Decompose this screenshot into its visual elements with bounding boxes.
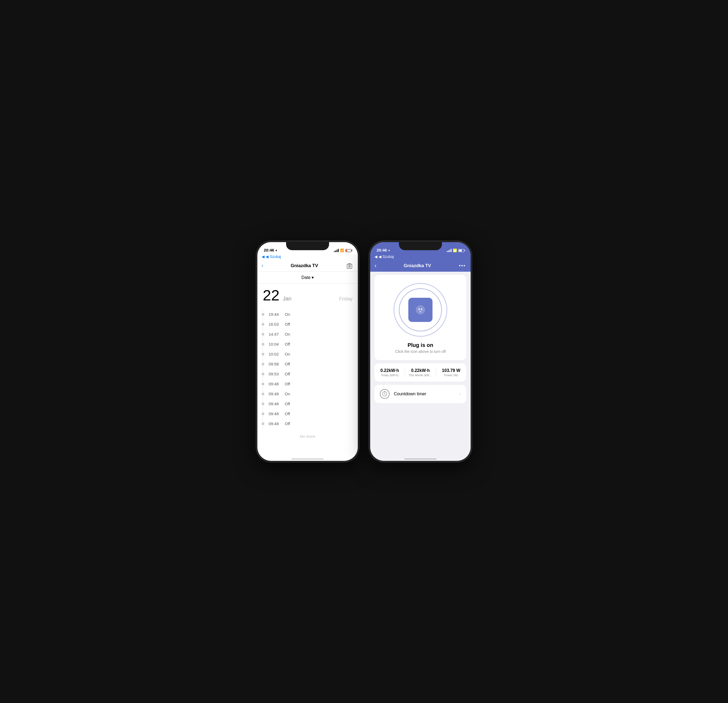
page-title-right: Gniazdka TV <box>404 263 431 269</box>
stat-value: 103.79 W <box>442 368 460 373</box>
log-item: 09:53 Off <box>257 369 358 379</box>
log-status: On <box>285 392 290 396</box>
log-item: 14:47 On <box>257 329 358 339</box>
plug-power-button[interactable] <box>408 298 432 322</box>
log-status: Off <box>285 411 290 416</box>
wifi-icon-right: 📶 <box>453 249 457 252</box>
log-time: 09:58 <box>269 362 283 366</box>
battery-icon-left <box>345 249 351 252</box>
nav-bar-left: ‹ Gniazdka TV <box>257 260 358 272</box>
countdown-label: Countdown timer <box>394 392 459 396</box>
svg-point-2 <box>416 305 425 314</box>
log-status: Off <box>285 342 290 346</box>
log-item: 09:48 Off <box>257 409 358 419</box>
signal-bars-right <box>447 249 452 252</box>
date-filter-label: Date <box>301 275 311 280</box>
date-header: 22 Jan Friday <box>263 288 352 303</box>
stat-item: 103.79 W Power (W) <box>436 368 467 377</box>
left-phone: 20:46 ▲ 📶 ◀ <box>257 241 359 462</box>
log-time: 10:02 <box>269 352 283 356</box>
log-dot <box>261 333 264 336</box>
log-time: 09:48 <box>269 411 283 416</box>
status-time-left: 20:46 ▲ <box>264 248 277 252</box>
log-dot <box>261 313 264 316</box>
log-item: 10:04 Off <box>257 339 358 349</box>
log-item: 09:48 Off <box>257 399 358 409</box>
trash-icon[interactable] <box>345 262 354 270</box>
log-status: On <box>285 312 290 317</box>
date-day: 22 <box>263 287 279 304</box>
log-item: 09:48 Off <box>257 379 358 389</box>
back-label-right[interactable]: ◀ ◀ Szukaj <box>370 254 471 260</box>
plug-circle-outer <box>394 283 447 337</box>
wifi-icon-left: 📶 <box>340 249 344 252</box>
stat-label: This Month (kW… <box>409 373 432 377</box>
page-title-left: Gniazdka TV <box>291 263 318 269</box>
log-status: On <box>285 352 290 356</box>
stat-value: 0.22kW·h <box>411 368 429 373</box>
nav-right-right: ••• <box>458 262 467 270</box>
countdown-timer-icon <box>380 389 390 399</box>
stat-value: 0.22kW·h <box>380 368 399 373</box>
log-time: 10:04 <box>269 342 283 346</box>
log-status: On <box>285 332 290 336</box>
plug-status-sub: Click the icon above to turn off <box>395 349 446 354</box>
log-dot <box>261 393 264 395</box>
notch-right <box>399 242 442 250</box>
log-time: 09:48 <box>269 402 283 406</box>
svg-rect-4 <box>421 308 422 310</box>
date-month: Jan <box>283 296 292 301</box>
log-status: Off <box>285 322 290 327</box>
location-icon-left: ▲ <box>275 249 277 252</box>
status-icons-left: 📶 <box>334 249 351 252</box>
back-button-left[interactable]: ‹ <box>261 263 263 269</box>
log-item: 09:48 Off <box>257 419 358 429</box>
notch <box>286 242 329 250</box>
log-status: Off <box>285 382 290 386</box>
location-icon-right: ▲ <box>388 249 390 252</box>
date-weekday: Friday <box>339 296 352 302</box>
home-indicator-left <box>292 459 324 460</box>
log-item: 09:58 Off <box>257 359 358 369</box>
log-status: Off <box>285 421 290 426</box>
log-scroll-area[interactable]: 22 Jan Friday 19:44 On 16:03 Off <box>257 284 358 461</box>
log-time: 09:48 <box>269 421 283 426</box>
log-status: Off <box>285 402 290 406</box>
log-time: 19:44 <box>269 312 283 317</box>
stat-item: 0.22kW·h Today (kW·h) <box>374 368 405 377</box>
more-options-button[interactable]: ••• <box>458 262 467 270</box>
chevron-right-icon: › <box>459 391 461 397</box>
stat-item: 0.22kW·h This Month (kW… <box>405 368 435 377</box>
status-time-right: 20:46 ▲ <box>377 248 390 252</box>
log-item: 10:02 On <box>257 349 358 359</box>
status-icons-right: 📶 <box>447 249 464 252</box>
log-item: 16:03 Off <box>257 319 358 329</box>
chevron-left-icon-right: ‹ <box>374 262 376 269</box>
date-filter[interactable]: Date ▾ <box>257 272 358 284</box>
signal-bars-left <box>334 249 339 252</box>
countdown-card[interactable]: Countdown timer › <box>374 385 467 403</box>
log-status: Off <box>285 372 290 376</box>
back-label-left[interactable]: ◀ ◀ Szukaj <box>257 254 358 260</box>
log-dot <box>261 363 264 366</box>
log-time: 16:03 <box>269 322 283 327</box>
no-more-label: No more <box>257 429 358 444</box>
svg-rect-5 <box>419 311 422 312</box>
log-dot <box>261 412 264 415</box>
log-time: 09:48 <box>269 382 283 386</box>
ellipsis-icon: ••• <box>459 263 466 269</box>
nav-right-left <box>345 262 354 270</box>
chevron-down-icon: ▾ <box>312 275 314 280</box>
log-time: 09:53 <box>269 372 283 376</box>
log-dot <box>261 353 264 356</box>
right-phone: 20:46 ▲ 📶 ◀ <box>369 241 471 462</box>
log-item: 09:48 On <box>257 389 358 399</box>
log-list: 19:44 On 16:03 Off 14:47 On 10:04 Off 10… <box>257 309 358 429</box>
plug-card: Plug is on Click the icon above to turn … <box>374 275 467 360</box>
back-button-right[interactable]: ‹ <box>374 262 376 269</box>
log-dot <box>261 373 264 375</box>
date-section: 22 Jan Friday <box>257 284 358 309</box>
stats-card: 0.22kW·h Today (kW·h) 0.22kW·h This Mont… <box>374 363 467 382</box>
log-dot <box>261 343 264 346</box>
log-dot <box>261 323 264 326</box>
